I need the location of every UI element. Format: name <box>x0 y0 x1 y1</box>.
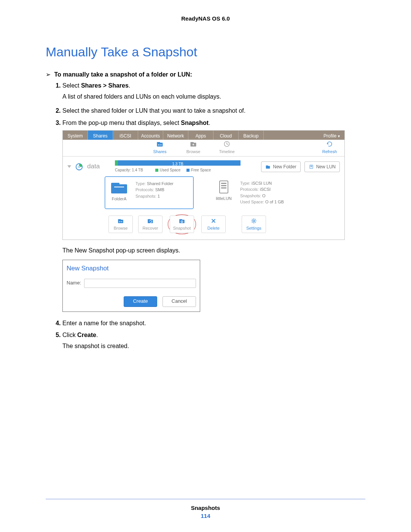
step-1-path: Shares > Shares <box>81 82 129 89</box>
svg-rect-22 <box>118 219 121 220</box>
capacity-legend: Capacity: 1.4 TB Used Space Free Space <box>115 167 211 173</box>
action-browse[interactable]: Browse <box>108 216 133 233</box>
item-lun-name: littleLUN <box>216 196 232 201</box>
item-folder-meta: Type: Shared Folder Protocols: SMB Snaps… <box>135 181 174 200</box>
item-lun-meta: Type: iSCSI LUN Protocols: iSCSI Snapsho… <box>240 180 284 205</box>
step-5-bold: Create <box>77 332 96 338</box>
folder-icon <box>265 164 271 169</box>
tab-cloud[interactable]: Cloud <box>213 131 239 140</box>
tab-iscsi[interactable]: iSCSI <box>113 131 138 140</box>
subtool-shares-label: Shares <box>153 149 167 154</box>
tab-network[interactable]: Network <box>163 131 188 140</box>
tab-system[interactable]: System <box>63 131 88 140</box>
legend-used-swatch <box>155 169 158 172</box>
step-1-dot: . <box>129 82 130 89</box>
svg-rect-12 <box>310 166 312 166</box>
highlight-ring: Snapshot <box>168 214 196 235</box>
step-5-pre: Click <box>62 332 77 338</box>
tab-backup[interactable]: Backup <box>239 131 264 140</box>
lead-arrow-icon: ➢ <box>46 71 53 78</box>
action-browse-label: Browse <box>114 226 128 230</box>
browse-icon <box>190 140 197 148</box>
action-recover[interactable]: Recover <box>138 216 162 233</box>
profile-label: Profile <box>323 133 336 139</box>
footer-section: Snapshots <box>46 505 365 511</box>
action-snapshot[interactable]: Snapshot <box>170 216 194 233</box>
context-action-bar: Browse Recover Snapshot <box>108 214 344 235</box>
volume-row: data 1.3 TB Capacity: 1.4 TB Used Space … <box>63 157 344 176</box>
step-4: Enter a name for the snapshot. <box>62 318 365 328</box>
svg-rect-20 <box>221 187 226 189</box>
step-3-pre: From the pop-up menu that displays, sele… <box>62 120 181 126</box>
capacity-bar-label: 1.3 TB <box>172 161 183 167</box>
lead-text: To manually take a snapshot of a folder … <box>54 71 192 78</box>
subtool-browse-label: Browse <box>186 149 201 154</box>
subtool-timeline[interactable]: Timeline <box>217 140 237 155</box>
clock-icon <box>223 140 231 148</box>
delete-icon <box>210 217 217 224</box>
item-lun[interactable]: littleLUN Type: iSCSI LUN Protocols: iSC… <box>213 176 298 209</box>
item-folder-name: FolderA <box>112 197 127 201</box>
page-footer: Snapshots 114 <box>46 499 365 519</box>
step-2-text: Select the shared folder or LUN that you… <box>62 107 245 114</box>
step-5-sub: The snapshot is created. <box>62 341 365 351</box>
svg-rect-10 <box>266 165 268 166</box>
tab-apps[interactable]: Apps <box>188 131 213 140</box>
footer-page-number: 114 <box>46 513 365 519</box>
new-folder-label: New Folder <box>273 163 296 171</box>
item-folder-a[interactable]: FolderA Type: Shared Folder Protocols: S… <box>105 176 194 209</box>
tab-spacer <box>264 131 320 140</box>
profile-menu[interactable]: Profile▼ <box>320 131 344 140</box>
step-4-text: Enter a name for the snapshot. <box>62 320 146 326</box>
chevron-down-icon: ▼ <box>337 134 341 138</box>
refresh-icon <box>326 140 333 148</box>
action-delete[interactable]: Delete <box>201 216 226 233</box>
step-1-sub: A list of shared folders and LUNs on eac… <box>62 91 365 102</box>
dialog-title: New Snapshot <box>63 260 200 278</box>
capacity-value: Capacity: 1.4 TB <box>115 167 143 173</box>
shared-folder-icon <box>110 181 128 194</box>
action-settings[interactable]: Settings <box>242 216 266 233</box>
tab-shares[interactable]: Shares <box>88 131 113 140</box>
subtool-refresh-label: Refresh <box>322 149 337 154</box>
step-1-pre: Select <box>62 82 81 89</box>
step-5: Click Create. The snapshot is created. <box>62 330 365 351</box>
action-snapshot-label: Snapshot <box>173 226 191 230</box>
cancel-button[interactable]: Cancel <box>162 296 196 307</box>
doc-header: ReadyNAS OS 6.0 <box>46 15 365 22</box>
svg-rect-26 <box>148 219 151 220</box>
svg-rect-5 <box>191 142 194 143</box>
step-5-dot: . <box>96 332 98 338</box>
subtool-browse[interactable]: Browse <box>183 140 204 155</box>
tab-accounts[interactable]: Accounts <box>138 131 163 140</box>
app-nav-tabs: System Shares iSCSI Accounts Network App… <box>63 131 344 140</box>
subtool-refresh[interactable]: Refresh <box>319 140 340 155</box>
step-3-post: The New Snapshot pop-up screen displays. <box>62 245 365 256</box>
svg-rect-1 <box>157 142 160 143</box>
lun-item-icon <box>215 180 233 194</box>
action-delete-label: Delete <box>207 226 220 230</box>
action-browse-icon <box>117 217 124 224</box>
subtool-timeline-label: Timeline <box>219 149 234 154</box>
svg-rect-16 <box>114 187 124 187</box>
new-lun-label: New LUN <box>316 163 336 171</box>
snapshot-name-input[interactable] <box>84 279 196 288</box>
action-snapshot-icon <box>178 217 185 224</box>
app-screenshot: System Shares iSCSI Accounts Network App… <box>62 130 345 240</box>
page-title: Manually Take a Snapshot <box>46 45 365 59</box>
items-row: FolderA Type: Shared Folder Protocols: S… <box>63 176 344 214</box>
new-lun-button[interactable]: New LUN <box>304 161 340 172</box>
legend-used-label: Used Space <box>160 168 180 172</box>
new-folder-button[interactable]: New Folder <box>261 161 300 172</box>
step-3: From the pop-up menu that displays, sele… <box>62 118 365 312</box>
sub-toolbar: Shares Browse Timeline <box>63 140 344 157</box>
disk-icon <box>75 163 83 171</box>
create-button[interactable]: Create <box>124 296 157 307</box>
svg-rect-18 <box>221 183 226 184</box>
subtool-shares[interactable]: Shares <box>150 140 170 155</box>
legend-free-label: Free Space <box>191 168 211 172</box>
step-3-dot: . <box>209 120 210 126</box>
expand-caret-icon[interactable] <box>67 165 71 168</box>
svg-rect-19 <box>221 185 226 186</box>
capacity-block: 1.3 TB Capacity: 1.4 TB Used Space Free … <box>115 160 241 173</box>
